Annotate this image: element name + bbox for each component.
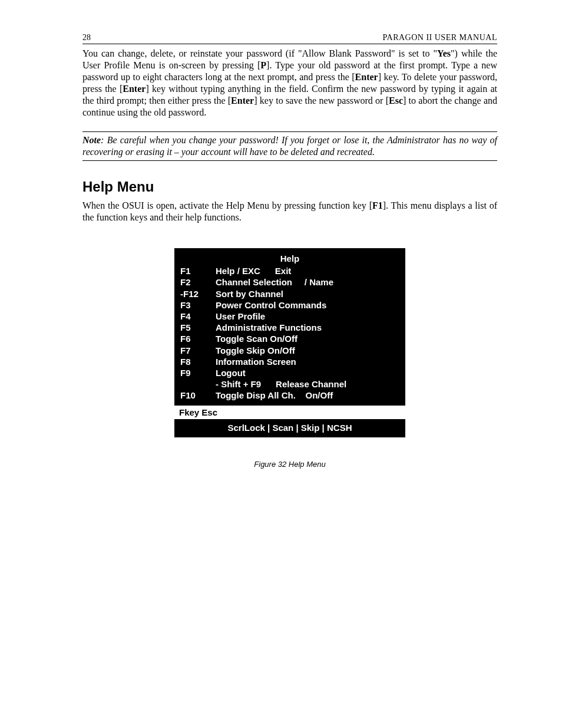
help-desc: Logout: [216, 367, 399, 378]
help-desc: Information Screen: [216, 356, 399, 367]
help-menu-row: F4User Profile: [180, 311, 399, 322]
help-desc: Help / EXC Exit: [216, 265, 399, 276]
help-desc: Sort by Channel: [216, 288, 399, 299]
note-text: : Be careful when you change your passwo…: [82, 135, 497, 157]
help-menu-row: F10Toggle Disp All Ch. On/Off: [180, 390, 399, 401]
bold-f1-key: F1: [372, 200, 383, 210]
help-key: F9: [180, 367, 216, 378]
help-key: F7: [180, 345, 216, 356]
text: You can change, delete, or reinstate you…: [82, 48, 437, 58]
help-desc: Toggle Disp All Ch. On/Off: [216, 390, 399, 401]
page: 28 PARAGON II USER MANUAL You can change…: [0, 0, 562, 728]
help-desc: User Profile: [216, 311, 399, 322]
bold-yes: Yes: [437, 48, 451, 58]
help-key: F5: [180, 322, 216, 333]
status-bar: ScrlLock | Scan | Skip | NCSH: [174, 419, 405, 437]
help-key: F2: [180, 276, 216, 288]
text: ] key to save the new password or [: [254, 95, 389, 106]
help-key: [180, 378, 216, 390]
page-number: 28: [82, 33, 91, 42]
help-key: -F12: [180, 288, 216, 299]
help-menu-rows: F1Help / EXC ExitF2Channel Selection / N…: [180, 265, 399, 401]
help-menu-row: F2Channel Selection / Name: [180, 276, 399, 288]
bold-enter-key: Enter: [355, 72, 378, 82]
help-menu-stack: Help F1Help / EXC ExitF2Channel Selectio…: [174, 248, 405, 437]
help-menu-row: F1Help / EXC Exit: [180, 265, 399, 276]
help-menu-row: F6Toggle Scan On/Off: [180, 333, 399, 344]
help-key: F10: [180, 390, 216, 401]
help-menu-row: -F12Sort by Channel: [180, 288, 399, 299]
bold-esc-key: Esc: [389, 95, 403, 106]
help-key: F4: [180, 311, 216, 322]
help-key: F8: [180, 356, 216, 367]
paragraph-help-intro: When the OSUI is open, activate the Help…: [82, 200, 497, 223]
section-heading: Help Menu: [82, 179, 497, 195]
help-key: F6: [180, 333, 216, 344]
help-menu-figure: Help F1Help / EXC ExitF2Channel Selectio…: [82, 248, 497, 437]
help-desc: Channel Selection / Name: [216, 276, 399, 288]
paragraph-password: You can change, delete, or reinstate you…: [82, 48, 497, 118]
help-menu-row: F8Information Screen: [180, 356, 399, 367]
help-menu-panel: Help F1Help / EXC ExitF2Channel Selectio…: [174, 248, 405, 406]
help-menu-row: - Shift + F9 Release Channel: [180, 378, 399, 390]
help-menu-row: F9Logout: [180, 367, 399, 378]
help-menu-title: Help: [180, 253, 399, 264]
bold-enter-key: Enter: [231, 95, 254, 106]
bold-enter-key: Enter: [123, 84, 146, 94]
help-desc: - Shift + F9 Release Channel: [216, 378, 399, 390]
help-desc: Toggle Scan On/Off: [216, 333, 399, 344]
help-desc: Toggle Skip On/Off: [216, 345, 399, 356]
figure-caption: Figure 32 Help Menu: [82, 460, 497, 469]
note-label: Note: [82, 135, 101, 145]
help-desc: Administrative Functions: [216, 322, 399, 333]
help-menu-row: F3Power Control Commands: [180, 299, 399, 311]
help-desc: Power Control Commands: [216, 299, 399, 311]
note-box: Note: Be careful when you change your pa…: [82, 131, 497, 161]
help-menu-row: F5Administrative Functions: [180, 322, 399, 333]
help-key: F3: [180, 299, 216, 311]
help-menu-row: F7Toggle Skip On/Off: [180, 345, 399, 356]
bold-p-key: P: [260, 60, 266, 70]
doc-title: PARAGON II USER MANUAL: [383, 33, 497, 42]
text: When the OSUI is open, activate the Help…: [82, 200, 372, 210]
help-key: F1: [180, 265, 216, 276]
fkey-bar: Fkey Esc: [174, 406, 405, 419]
page-header: 28 PARAGON II USER MANUAL: [82, 33, 497, 44]
